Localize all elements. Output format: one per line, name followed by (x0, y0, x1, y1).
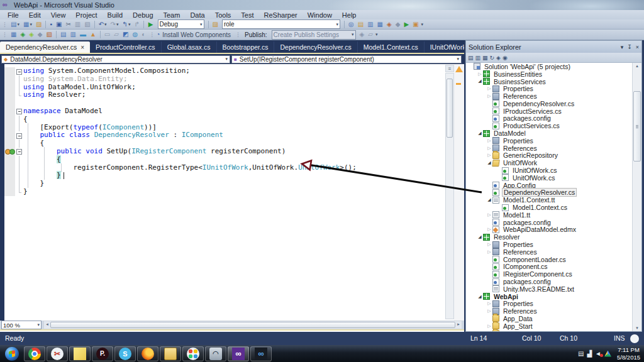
network-icon[interactable]: ▟ (587, 350, 592, 357)
tree-item-unitofwork-cs[interactable]: UnitOfWork.cs (466, 174, 633, 182)
navigate-backward-icon[interactable]: ↰▾ (121, 20, 132, 29)
p-app[interactable]: P. (92, 346, 113, 361)
open-file-icon[interactable]: ▨ (35, 20, 43, 29)
expander-collapsed-icon[interactable]: ▷ (486, 227, 492, 232)
tree-item-genericrepository[interactable]: ▷GenericRepository (466, 152, 633, 160)
expander-collapsed-icon[interactable]: ▷ (486, 146, 492, 151)
indent-icon[interactable]: ▤ (59, 30, 67, 39)
menu-build[interactable]: Build (103, 11, 128, 19)
redo-icon[interactable]: ↷▾ (109, 20, 120, 29)
tab-model1-context-cs[interactable]: Model1.Context.cs (358, 41, 425, 53)
editor-splitter-handle[interactable]: ≡ (445, 65, 454, 72)
tree-item-icomponent-cs[interactable]: IComponent.cs (466, 263, 633, 271)
close-icon[interactable]: × (636, 44, 639, 50)
tree-item-model1-tt[interactable]: ▷Model1.tt (466, 211, 633, 219)
collapse-region-icon[interactable] (15, 131, 23, 140)
menu-test[interactable]: Test (236, 11, 258, 19)
firefox[interactable] (137, 346, 158, 361)
code-pane[interactable]: using System.ComponentModel.Composition;… (4, 64, 464, 321)
scrollbar-thumb[interactable] (50, 322, 455, 328)
menu-team[interactable]: Team (158, 11, 186, 19)
start-debugging-icon[interactable]: ▶ (148, 21, 153, 28)
code-line-16[interactable]: } (4, 188, 464, 196)
dropdown-caret-icon[interactable]: ▾ (30, 22, 32, 27)
add-controller-icon[interactable]: ▦ (9, 30, 18, 39)
view-class-diagram-icon[interactable]: ◉ (502, 55, 508, 61)
tab-productcontroller-cs[interactable]: ProductController.cs (90, 41, 162, 53)
find-in-files-icon[interactable]: ▤ (357, 20, 365, 29)
wireless-tool[interactable]: ◠ (205, 346, 226, 361)
google-drive-icon[interactable] (604, 351, 611, 357)
menu-help[interactable]: Help (337, 11, 362, 19)
tree-item-componentloader-cs[interactable]: ComponentLoader.cs (466, 256, 633, 263)
tree-item-packages-config[interactable]: packages.config (466, 278, 633, 285)
refresh-icon[interactable]: ↻ (490, 55, 495, 61)
code-line-15[interactable]: } (4, 180, 464, 188)
tree-item-webapi[interactable]: ◢WebApi (466, 293, 633, 300)
code-editor[interactable]: using System.ComponentModel.Composition;… (0, 64, 464, 321)
toolbar-grip[interactable]: ⋮ (2, 21, 7, 28)
debug-configuration-dropdown[interactable]: Debug▾ (158, 19, 204, 29)
dropdown-caret-icon[interactable]: ▾ (17, 22, 19, 27)
browse-folder-icon[interactable]: ▨ (211, 20, 219, 29)
chevron-down-icon[interactable]: ▾ (200, 22, 203, 27)
resharper-warning-icon[interactable] (455, 66, 463, 72)
go-to-view-icon[interactable]: ◈ (28, 30, 35, 39)
menu-edit[interactable]: Edit (24, 11, 46, 19)
tree-item-webapidatamodel-edmx[interactable]: ▷WebApiDataModel.edmx (466, 226, 633, 234)
expander-expanded-icon[interactable]: ◢ (477, 79, 483, 84)
expander-collapsed-icon[interactable]: ▷ (486, 86, 492, 91)
expander-expanded-icon[interactable]: ◢ (477, 294, 483, 299)
properties-icon[interactable]: ▥ (475, 55, 481, 61)
properties-window-icon[interactable]: ▦ (376, 20, 384, 29)
expander-collapsed-icon[interactable]: ▷ (477, 72, 483, 77)
tree-item-packages-config[interactable]: packages.config (466, 219, 633, 226)
tree-item-resolver[interactable]: ◢Resolver (466, 233, 633, 241)
close-icon[interactable]: × (80, 44, 84, 51)
menu-resharper[interactable]: ReSharper (259, 11, 303, 19)
snipping-tool[interactable]: ✂ (47, 346, 68, 361)
taskbar-clock[interactable]: 7:11 PM 5/8/2015 (617, 346, 640, 361)
paste-icon[interactable]: ▧ (83, 20, 91, 29)
navigate-forward-icon[interactable]: ↱ (133, 20, 140, 29)
extension-manager-icon[interactable]: ▣ (411, 20, 419, 29)
rename-icon[interactable]: ◆ (36, 30, 44, 39)
expander-expanded-icon[interactable]: ◢ (486, 160, 492, 165)
browser-link-icon[interactable]: ◍ (131, 30, 139, 39)
scrollbar-thumb[interactable] (633, 91, 641, 162)
warning-marker[interactable] (456, 83, 461, 85)
add-item-icon[interactable]: ▦▾ (22, 20, 33, 29)
uncomment-icon[interactable]: ▱ (113, 30, 120, 39)
visual-studio-2010[interactable]: ∞ (250, 346, 272, 361)
outdent-icon[interactable]: ▥ (69, 30, 77, 39)
toolbar-overflow-icon[interactable]: ▾ (375, 32, 378, 37)
start-button[interactable] (1, 346, 23, 361)
chrome[interactable] (24, 346, 45, 361)
tree-item-unity-mvc3-readme-txt[interactable]: Unity.Mvc3.README.txt (466, 285, 633, 293)
tree-item-properties[interactable]: ▷Properties (466, 241, 633, 248)
expander-collapsed-icon[interactable]: ▷ (486, 324, 492, 329)
find-combo-box[interactable]: role▾ (222, 19, 340, 29)
dropdown-caret-icon[interactable]: ▾ (104, 22, 107, 27)
tree-item-properties[interactable]: ▷Properties (466, 85, 633, 92)
tree-item-businessservices[interactable]: ◢BusinessServices (466, 78, 633, 85)
scroll-up-icon[interactable]: ▴ (634, 63, 640, 69)
chevron-down-icon[interactable]: ▾ (352, 32, 354, 37)
tree-item-businessentities[interactable]: ▷BusinessEntities (466, 70, 633, 78)
tree-item-properties[interactable]: ▷Properties (466, 300, 633, 308)
tree-item-solution-webapi-5-projects[interactable]: Solution 'WebApi' (5 projects) (466, 63, 633, 70)
code-line-13[interactable]: registerComponent.RegisterType<IUnitOfWo… (4, 164, 464, 172)
pin-icon[interactable]: ↧ (627, 44, 632, 50)
tree-item-productservices-cs[interactable]: ProductServices.cs (466, 122, 633, 129)
tree-vertical-scrollbar[interactable]: ▴ ▾ (632, 63, 641, 331)
bookmark-icon[interactable]: ◩ (121, 30, 130, 39)
tab-global-asax-cs[interactable]: Global.asax.cs (162, 41, 217, 53)
chevron-down-icon[interactable]: ▾ (37, 322, 40, 327)
tree-item-iregistercomponent-cs[interactable]: IRegisterComponent.cs (466, 270, 633, 278)
tree-item-datamodel[interactable]: ◢DataModel (466, 129, 633, 137)
start-page-icon[interactable]: ▶ (402, 20, 410, 29)
tree-item-iunitofwork-cs[interactable]: IUnitOfWork.cs (466, 167, 633, 174)
expander-collapsed-icon[interactable]: ▷ (486, 153, 492, 158)
menu-window[interactable]: Window (303, 11, 337, 19)
expander-expanded-icon[interactable]: ◢ (486, 197, 492, 202)
